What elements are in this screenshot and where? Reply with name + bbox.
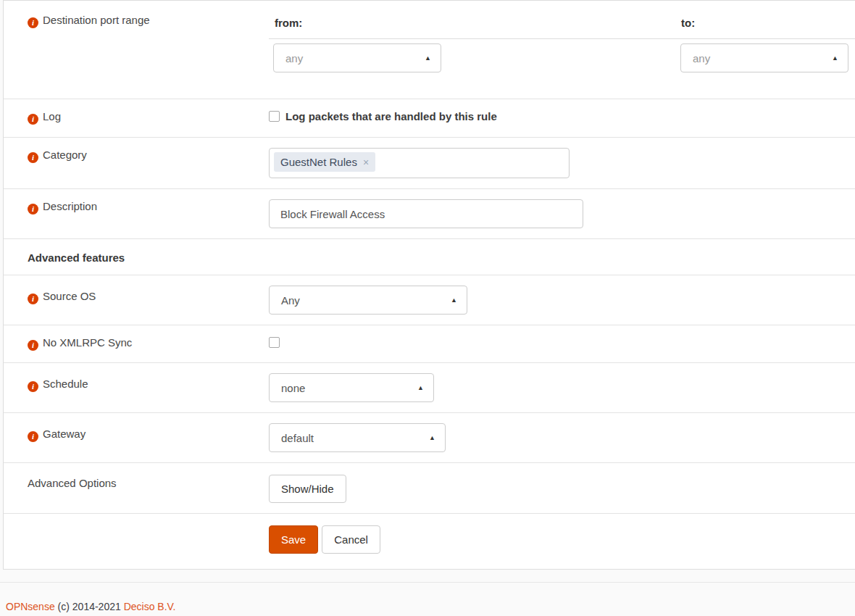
field-label-text: Log	[43, 110, 61, 122]
category-tag-input[interactable]: GuestNet Rules ×	[269, 148, 570, 178]
row-description: iDescription	[4, 188, 855, 238]
info-icon[interactable]: i	[28, 381, 38, 392]
field-label-text: No XMLRPC Sync	[43, 336, 132, 349]
footer: OPNsense (c) 2014-2021 Deciso B.V.	[0, 583, 855, 612]
info-icon[interactable]: i	[28, 114, 38, 125]
info-icon[interactable]: i	[28, 294, 38, 304]
row-destination-port-range: iDestination port range from: to: any ▲ …	[4, 1, 855, 99]
save-button[interactable]: Save	[269, 525, 318, 554]
field-label-text: Category	[43, 149, 87, 161]
advanced-options-field: Show/Hide	[262, 463, 855, 513]
row-log: iLog Log packets that are handled by thi…	[4, 99, 855, 137]
category-field: GuestNet Rules ×	[262, 138, 855, 188]
opnsense-link[interactable]: OPNsense	[6, 601, 55, 612]
field-label-source-os: iSource OS	[4, 275, 262, 325]
description-input[interactable]	[269, 199, 583, 228]
port-to-header: to:	[681, 17, 695, 29]
category-tag: GuestNet Rules ×	[274, 152, 375, 172]
field-label-text: Advanced Options	[28, 477, 117, 489]
field-label-text: Gateway	[43, 428, 86, 440]
field-label-schedule: iSchedule	[4, 363, 262, 412]
source-os-value: Any	[281, 294, 300, 307]
source-os-field: Any ▲	[262, 275, 855, 325]
caret-up-icon: ▲	[417, 385, 424, 391]
gateway-value: default	[281, 432, 314, 444]
row-source-os: iSource OS Any ▲	[4, 275, 855, 325]
category-tag-text: GuestNet Rules	[280, 156, 357, 168]
caret-up-icon: ▲	[429, 435, 435, 441]
cancel-button[interactable]: Cancel	[322, 525, 380, 554]
row-advanced-features-heading: Advanced features	[4, 238, 855, 275]
field-label-destination-port-range: iDestination port range	[4, 1, 262, 99]
field-label-log: iLog	[4, 99, 262, 137]
field-label-text: Destination port range	[43, 14, 150, 26]
row-no-xmlrpc-sync: iNo XMLRPC Sync	[4, 325, 855, 362]
info-icon[interactable]: i	[28, 17, 38, 28]
log-checkbox-label: Log packets that are handled by this rul…	[285, 110, 497, 122]
info-icon[interactable]: i	[28, 152, 38, 163]
field-label-advanced-options: Advanced Options	[4, 463, 262, 513]
info-icon[interactable]: i	[28, 431, 38, 442]
description-field	[262, 189, 855, 238]
info-icon[interactable]: i	[28, 340, 38, 351]
advanced-features-heading: Advanced features	[4, 239, 130, 275]
port-to-value: any	[693, 52, 710, 64]
port-from-select[interactable]: any ▲	[273, 43, 441, 72]
port-from-header: from:	[275, 17, 302, 29]
actions-field: Save Cancel	[262, 514, 855, 569]
field-label-text: Source OS	[43, 290, 96, 302]
field-label-category: iCategory	[4, 138, 262, 188]
port-from-value: any	[285, 52, 303, 64]
gateway-field: default ▲	[262, 413, 855, 462]
log-field: Log packets that are handled by this rul…	[262, 99, 855, 137]
field-label-text: Description	[43, 200, 97, 212]
show-hide-button[interactable]: Show/Hide	[269, 475, 346, 503]
row-category: iCategory GuestNet Rules ×	[4, 137, 855, 188]
source-os-select[interactable]: Any ▲	[269, 286, 467, 315]
port-range-headers: from: to:	[269, 1, 855, 39]
field-label-text: Schedule	[43, 378, 88, 390]
actions-spacer	[4, 514, 262, 569]
schedule-value: none	[281, 382, 305, 394]
no-xmlrpc-field	[262, 325, 855, 362]
no-xmlrpc-checkbox[interactable]	[269, 337, 280, 348]
port-range-selects: any ▲ any ▲	[269, 39, 855, 99]
deciso-link[interactable]: Deciso B.V.	[124, 601, 176, 612]
row-schedule: iSchedule none ▲	[4, 362, 855, 412]
log-checkbox[interactable]	[269, 111, 280, 122]
port-to-select[interactable]: any ▲	[680, 43, 848, 72]
port-range-fields: from: to: any ▲ any ▲	[262, 1, 855, 99]
caret-up-icon: ▲	[832, 55, 838, 62]
field-label-description: iDescription	[4, 189, 262, 238]
firewall-rule-form-panel: iDestination port range from: to: any ▲ …	[3, 0, 855, 570]
field-label-gateway: iGateway	[4, 413, 262, 462]
caret-up-icon: ▲	[451, 297, 457, 304]
info-icon[interactable]: i	[28, 204, 38, 215]
row-gateway: iGateway default ▲	[4, 412, 855, 462]
gateway-select[interactable]: default ▲	[269, 423, 446, 452]
schedule-field: none ▲	[262, 363, 855, 412]
row-actions: Save Cancel	[4, 513, 855, 569]
caret-up-icon: ▲	[425, 55, 431, 62]
schedule-select[interactable]: none ▲	[269, 373, 434, 402]
footer-zone: OPNsense (c) 2014-2021 Deciso B.V.	[0, 582, 855, 612]
copyright-text: (c) 2014-2021	[58, 601, 121, 612]
remove-tag-icon[interactable]: ×	[363, 157, 369, 168]
row-advanced-options: Advanced Options Show/Hide	[4, 462, 855, 513]
field-label-no-xmlrpc-sync: iNo XMLRPC Sync	[4, 325, 262, 362]
